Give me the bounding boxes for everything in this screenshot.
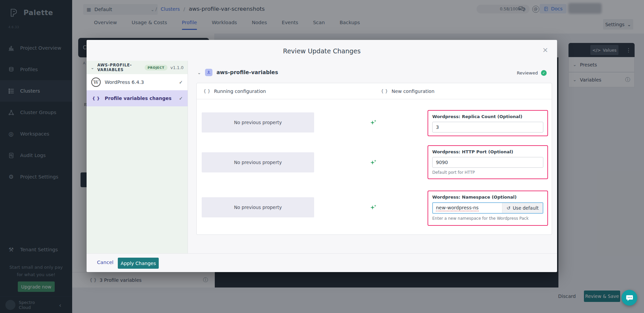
modal-title: Review Update Changes xyxy=(87,47,557,55)
field-helper-text: Enter a new namespace for the Wordpress … xyxy=(432,216,543,221)
modal-footer-divider xyxy=(87,253,557,254)
field-label: Wordpress: Namespace (Optional) xyxy=(432,195,543,200)
braces-icon: { } xyxy=(203,89,210,94)
chevron-down-icon: ⌄ xyxy=(197,70,201,75)
new-value-sparkle-icon xyxy=(369,204,377,212)
pack-name: aws-profile-variables xyxy=(216,69,278,75)
review-update-changes-modal: Review Update Changes × ⌄ AWS-PROFILE-VA… xyxy=(87,40,557,272)
use-default-button[interactable]: ↺ Use default xyxy=(502,203,543,213)
field-group-replica-count: Wordpress: Replica Count (Optional) xyxy=(428,110,548,136)
history-icon: ↺ xyxy=(506,205,510,211)
field-helper-text: Default port for HTTP xyxy=(432,170,543,175)
braces-icon: { } xyxy=(91,96,101,101)
new-configuration-label: New configuration xyxy=(392,89,435,94)
profile-name: AWS-PROFILE-VARIABLES xyxy=(97,63,142,72)
wordpress-logo-icon: W xyxy=(91,77,101,87)
check-circle-icon: ✓ xyxy=(541,70,547,76)
chat-bubble-icon xyxy=(626,294,634,302)
chevron-down-icon: ⌄ xyxy=(91,65,94,70)
diff-columns-header: { } Running configuration { } New config… xyxy=(197,83,552,99)
http-port-input[interactable] xyxy=(432,157,543,168)
no-previous-property-box: No previous property xyxy=(202,197,314,217)
check-icon: ✓ xyxy=(179,80,183,85)
new-configuration-column: { } New configuration xyxy=(374,89,552,94)
pack-section-header[interactable]: ⌄ aws-profile-variables xyxy=(197,69,278,76)
changes-item-label: Profile variables changes xyxy=(105,96,171,101)
running-configuration-column: { } Running configuration xyxy=(197,89,374,94)
new-value-sparkle-icon xyxy=(369,159,377,167)
profile-accordion-header[interactable]: ⌄ AWS-PROFILE-VARIABLES PROJECT v1.1.0 xyxy=(87,61,188,74)
help-chat-fab[interactable] xyxy=(622,290,637,306)
no-previous-property-box: No previous property xyxy=(202,152,314,172)
modal-left-panel: ⌄ AWS-PROFILE-VARIABLES PROJECT v1.1.0 W… xyxy=(87,61,188,253)
field-label: Wordpress: HTTP Port (Optional) xyxy=(432,149,543,154)
field-group-namespace: Wordpress: Namespace (Optional) new-word… xyxy=(428,191,548,226)
check-icon: ✓ xyxy=(179,96,183,101)
profile-version: v1.1.0 xyxy=(170,65,184,70)
pack-import-icon xyxy=(205,69,212,76)
close-icon[interactable]: × xyxy=(542,46,548,54)
namespace-input[interactable]: new-wordpress-ns ↺ Use default xyxy=(432,202,543,214)
reviewed-status: Reviewed ✓ xyxy=(517,70,547,76)
configuration-diff-card: { } Running configuration { } New config… xyxy=(196,83,552,235)
scope-badge: PROJECT xyxy=(145,65,167,70)
field-group-http-port: Wordpress: HTTP Port (Optional) Default … xyxy=(428,145,548,179)
braces-icon: { } xyxy=(381,89,388,94)
new-value-sparkle-icon xyxy=(369,119,377,127)
reviewed-label: Reviewed xyxy=(517,70,538,75)
pack-item-label: WordPress 6.4.3 xyxy=(105,80,144,85)
app-screen: Palette 4.6.33 Project Overview Profiles xyxy=(0,0,644,313)
cancel-button[interactable]: Cancel xyxy=(97,260,113,265)
modal-item-wordpress[interactable]: W WordPress 6.4.3 ✓ xyxy=(87,74,188,90)
no-previous-property-box: No previous property xyxy=(202,112,314,133)
apply-changes-button[interactable]: Apply Changes xyxy=(118,258,159,269)
replica-count-input[interactable] xyxy=(432,122,543,133)
namespace-input-value: new-wordpress-ns xyxy=(436,205,479,211)
modal-item-profile-variables[interactable]: { } Profile variables changes ✓ xyxy=(87,90,188,106)
use-default-label: Use default xyxy=(513,205,539,211)
running-configuration-label: Running configuration xyxy=(214,89,266,94)
field-label: Wordpress: Replica Count (Optional) xyxy=(432,114,543,119)
